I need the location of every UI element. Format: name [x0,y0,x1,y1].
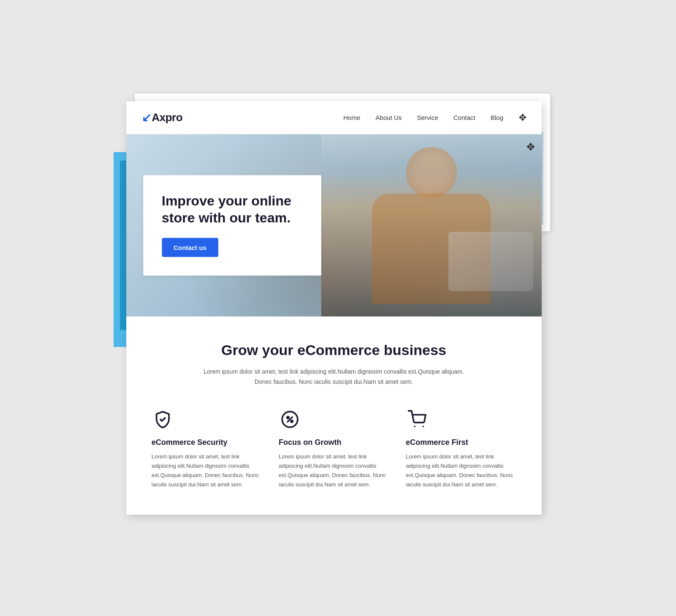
logo-v-icon: ↙ [142,111,151,125]
contact-us-button[interactable]: Contact us [162,238,219,257]
feature-ecommerce-text: Lorem ipsum dolor sit amet, test link ad… [406,452,516,489]
svg-point-6 [414,425,415,427]
cart-icon-svg [408,410,426,429]
feature-security-title: eCommerce Security [152,438,228,447]
shield-check-icon [152,408,174,430]
person-head [406,147,457,198]
nav-home[interactable]: Home [343,114,360,121]
nav-move-icon[interactable]: ✥ [519,112,526,123]
nav-contact[interactable]: Contact [453,114,476,121]
hero-illustration [321,134,542,316]
shield-icon-svg [153,410,172,429]
nav-links: Home About Us Service Contact Blog ✥ [343,112,526,123]
feature-ecommerce-title: eCommerce First [406,438,468,447]
nav-blog[interactable]: Blog [490,114,503,121]
hero-title: Improve your online store with our team. [162,192,303,226]
nav-service[interactable]: Service [417,114,438,121]
percent-circle-icon [279,408,301,430]
hero-content-box: Improve your online store with our team.… [143,175,321,276]
laptop-hint [448,232,533,291]
page-wrapper: ⎵ Axpro Home About Us Service Contact Bl… [126,101,550,515]
feature-growth: Focus on Growth Lorem ipsum dolor sit am… [279,408,389,489]
front-card: ↙ Axpro Home About Us Service Contact Bl… [126,101,542,515]
feature-ecommerce: eCommerce First Lorem ipsum dolor sit am… [406,408,516,489]
section-description: Lorem ipsum dolor sit amet, test link ad… [203,367,465,387]
feature-security-text: Lorem ipsum dolor sit amet, test link ad… [152,452,262,489]
hero-move-icon[interactable]: ✥ [526,141,535,153]
feature-growth-title: Focus on Growth [279,438,342,447]
logo: ↙ Axpro [142,111,183,125]
features-grid: eCommerce Security Lorem ipsum dolor sit… [152,408,516,489]
feature-growth-text: Lorem ipsum dolor sit amet, test link ad… [279,452,389,489]
section-title: Grow your eCommerce business [152,342,516,358]
shopping-cart-icon [406,408,428,430]
hero-section: Improve your online store with our team.… [126,134,542,316]
svg-point-7 [422,425,424,427]
percent-icon-svg [281,410,299,429]
logo-text: Axpro [152,111,183,124]
nav-about[interactable]: About Us [376,114,402,121]
main-content: Grow your eCommerce business Lorem ipsum… [126,316,542,515]
navbar: ↙ Axpro Home About Us Service Contact Bl… [126,101,542,134]
feature-security: eCommerce Security Lorem ipsum dolor sit… [152,408,262,489]
